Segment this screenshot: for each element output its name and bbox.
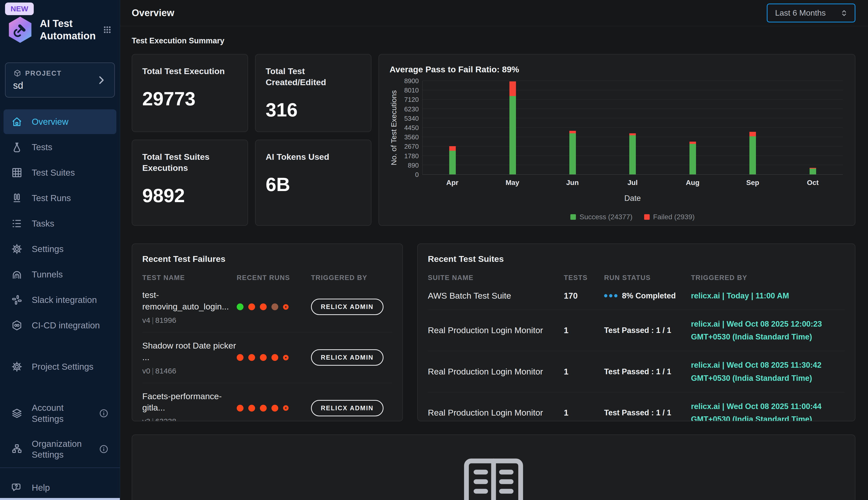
run-status-dot-icon[interactable] [248, 354, 255, 361]
documentation-card: Harness AI Test Automation Documentation… [132, 434, 855, 500]
stat-value: 6B [266, 173, 361, 195]
run-status-dot-icon[interactable] [271, 304, 278, 310]
sidebar-item-label: Test Runs [32, 193, 71, 204]
sidebar-item-label: Organization Settings [32, 438, 90, 461]
run-status-dot-icon[interactable] [248, 304, 255, 310]
section-title: Test Execution Summary [132, 36, 855, 45]
sidebar-item-overview[interactable]: Overview [3, 109, 116, 134]
failure-row[interactable]: test-removing_auto_login...v4|81996RELIC… [142, 282, 392, 332]
stat-value: 316 [266, 99, 361, 121]
failure-row[interactable]: Shadow root Date picker ...v0|81466RELIC… [142, 332, 392, 383]
select-arrows-icon [840, 9, 848, 18]
run-status-dot-icon[interactable] [260, 304, 267, 310]
bar-jun[interactable] [543, 81, 602, 174]
suite-name[interactable]: Real Production Login Monitor [428, 366, 564, 377]
horizontal-scrollbar[interactable] [0, 498, 120, 500]
recent-run-dots [237, 405, 311, 411]
x-tick-label: Aug [662, 179, 723, 187]
test-version-id: v3|63238 [142, 417, 237, 421]
sidebar-item-label: Help [32, 482, 50, 493]
test-version-id: v0|81466 [142, 367, 237, 375]
y-tick-label: 5340 [404, 114, 419, 122]
triggered-by-button[interactable]: RELICX ADMIN [311, 349, 384, 366]
suite-name[interactable]: Real Production Login Monitor [428, 407, 564, 419]
legend-item-success-24377[interactable]: Success (24377) [570, 213, 632, 221]
x-tick-label: Jul [602, 179, 663, 187]
stat-label: Total Test Execution [142, 66, 237, 77]
sidebar-item-tests[interactable]: Tests [3, 135, 116, 160]
progress-dots-icon [604, 294, 618, 297]
run-status-dot-icon[interactable] [271, 354, 278, 361]
suite-row[interactable]: Real Production Login Monitor1Test Passe… [428, 392, 845, 421]
brand-header: NEW AI Test Automation [0, 0, 120, 52]
bar-oct[interactable] [783, 81, 843, 174]
page-content: Test Execution Summary Total Test Execut… [120, 26, 868, 500]
run-status-dot-icon[interactable] [271, 405, 278, 411]
bar-may[interactable] [482, 81, 542, 174]
stat-value: 29773 [142, 88, 237, 110]
sidebar-item-label: Tasks [32, 218, 54, 229]
suite-row[interactable]: Real Production Login Monitor1Test Passe… [428, 310, 845, 351]
test-name[interactable]: Facets-performance-gitla... [142, 391, 237, 414]
info-icon[interactable] [99, 444, 109, 454]
date-range-select[interactable]: Last 6 Months [767, 3, 855, 22]
triggered-by-link[interactable]: relicx.ai | Wed Oct 08 2025 12:00:23 GMT… [691, 318, 845, 343]
y-tick-label: 3560 [404, 133, 419, 141]
run-status-dot-icon[interactable] [260, 405, 267, 411]
run-status-ring-icon[interactable] [283, 304, 289, 310]
sidebar-item-settings[interactable]: Settings [3, 237, 116, 261]
sidebar-item-account-settings[interactable]: Account Settings [3, 396, 116, 431]
stat-card-suite-executions: Total Test Suites Executions 9892 [132, 140, 248, 226]
test-name[interactable]: test-removing_auto_login... [142, 289, 237, 312]
triggered-by-link[interactable]: relicx.ai | Wed Oct 08 2025 11:30:42 GMT… [691, 359, 845, 384]
run-status: Test Passed : 1 / 1 [604, 408, 691, 417]
chart-title: Average Pass to Fail Ratio: 89% [389, 65, 843, 74]
legend-item-failed-2939[interactable]: Failed (2939) [644, 213, 695, 221]
stat-label: Total Test Created/Edited [266, 66, 361, 88]
suite-row[interactable]: Real Production Login Monitor1Test Passe… [428, 351, 845, 392]
suite-name[interactable]: AWS Batch Test Suite [428, 290, 564, 302]
sidebar-item-tasks[interactable]: Tasks [3, 211, 116, 236]
y-axis-ticks: 0890178026703560445053406230712080108900 [399, 81, 422, 175]
run-status-ring-icon[interactable] [283, 405, 289, 411]
suites-table-header: SUITE NAMETESTSRUN STATUSTRIGGERED BY [428, 274, 845, 282]
sidebar-item-help[interactable]: Help [3, 475, 116, 500]
run-status-dot-icon[interactable] [237, 304, 244, 310]
run-status-dot-icon[interactable] [237, 354, 244, 361]
triggered-by-link[interactable]: relicx.ai | Today | 11:00 AM [691, 289, 845, 302]
stat-card-total-test-created: Total Test Created/Edited 316 [255, 54, 372, 132]
stat-value: 9892 [142, 184, 237, 206]
bar-jul[interactable] [602, 81, 662, 174]
sidebar-item-test-suites[interactable]: Test Suites [3, 160, 116, 185]
failure-row[interactable]: Facets-performance-gitla...v3|63238RELIC… [142, 383, 392, 421]
column-header: RUN STATUS [604, 274, 691, 282]
bar-apr[interactable] [423, 81, 482, 174]
bar-aug[interactable] [663, 81, 723, 174]
run-status-dot-icon[interactable] [260, 354, 267, 361]
sidebar-item-slack-integration[interactable]: Slack integration [3, 287, 116, 312]
recent-run-dots [237, 304, 311, 310]
test-name[interactable]: Shadow root Date picker ... [142, 340, 237, 363]
sidebar-item-project-settings[interactable]: Project Settings [3, 354, 116, 379]
info-icon[interactable] [99, 408, 109, 418]
apps-grid-icon[interactable] [102, 20, 112, 39]
triggered-by-button[interactable]: RELICX ADMIN [311, 400, 384, 416]
run-status-ring-icon[interactable] [283, 355, 289, 360]
sidebar-item-test-runs[interactable]: Test Runs [3, 186, 116, 211]
run-status-dot-icon[interactable] [248, 405, 255, 411]
sidebar-item-tunnels[interactable]: Tunnels [3, 262, 116, 287]
triggered-by-button[interactable]: RELICX ADMIN [311, 299, 384, 315]
app-root: NEW AI Test Automation [0, 0, 868, 500]
cicd-icon [11, 320, 23, 331]
table-title: Recent Test Suites [428, 254, 845, 264]
tasks-icon [11, 218, 23, 229]
x-tick-label: Jun [542, 179, 602, 187]
project-selector[interactable]: PROJECT sd [5, 62, 115, 98]
suite-name[interactable]: Real Production Login Monitor [428, 325, 564, 336]
sidebar-item-organization-settings[interactable]: Organization Settings [3, 432, 116, 467]
run-status-dot-icon[interactable] [237, 405, 244, 411]
sidebar-item-ci-cd-integration[interactable]: CI-CD integration [3, 313, 116, 338]
suite-row[interactable]: AWS Batch Test Suite1708% Completedrelic… [428, 282, 845, 310]
triggered-by-link[interactable]: relicx.ai | Wed Oct 08 2025 11:00:44 GMT… [691, 400, 845, 421]
bar-sep[interactable] [723, 81, 783, 174]
